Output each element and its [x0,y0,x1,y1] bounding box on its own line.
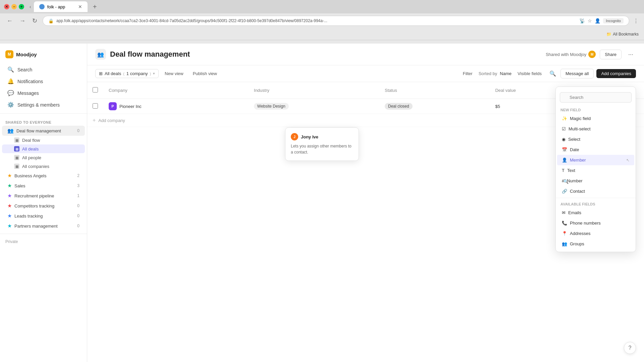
select-all-checkbox[interactable] [93,87,98,93]
sidebar-sub-all-people[interactable]: ▦ All people [2,153,85,162]
select-icon: ◉ [562,137,566,142]
tab-back-nav[interactable]: ‹ [30,4,31,9]
messages-icon: 💬 [7,90,14,96]
browser-tab[interactable]: folk - app ✕ [34,1,88,12]
incognito-badge: Incognito [603,18,624,23]
sidebar-sub-deal-flow[interactable]: ▦ Deal flow [2,136,85,144]
all-deals-label: All deals [22,146,39,152]
sales-label: Sales [14,183,25,188]
all-people-label: All people [22,155,41,160]
window-maximize-button[interactable]: + [19,4,24,9]
sidebar-group-deal-flow-management[interactable]: 👥 Deal flow management 0 [2,126,85,136]
company-name[interactable]: Pioneer Inc [119,104,142,109]
dropdown-search-area: 🔍 [556,89,636,105]
publish-view-button[interactable]: Publish view [190,69,220,78]
shared-avatar: M [588,51,596,58]
browser-titlebar: ✕ − + ‹ folk - app ✕ + [0,0,644,13]
nav-forward-button[interactable]: → [18,16,27,26]
tooltip-avatar: J [291,133,298,140]
contact-label: Contact [570,189,585,194]
tooltip-user: J Jony Ive [291,133,353,140]
dropdown-panel: 🔍 New field ✨ Magic field ☑ Multi-select… [555,86,636,252]
sidebar-divider-2 [0,234,87,234]
dropdown-item-emails[interactable]: ✉ Emails [557,207,634,218]
sidebar-item-settings-label: Settings & members [17,102,60,108]
deal-flow-management-icon: 👥 [7,128,14,134]
date-icon: 📅 [562,147,567,152]
extensions-button[interactable]: ⋮ [633,18,639,24]
all-bookmarks-folder[interactable]: 📁 All Bookmarks [606,32,639,37]
page-icon-symbol: 👥 [97,51,104,58]
profile-icon[interactable]: 👤 [595,18,600,23]
sidebar-item-messages[interactable]: 💬 Messages [2,87,85,99]
dropdown-item-phone-numbers[interactable]: 📞 Phone numbers [557,218,634,228]
sidebar-group-business-angels[interactable]: ★ Business Angels 2 [2,171,85,181]
settings-icon: ⚙️ [7,102,14,108]
text-icon: T [562,168,565,173]
dropdown-item-date[interactable]: 📅 Date [557,144,634,155]
tooltip-description: Lets you assign other members to a conta… [291,143,353,155]
new-view-button[interactable]: New view [161,69,187,78]
dropdown-item-member[interactable]: 👤 Member ↖ [557,155,634,165]
add-companies-button[interactable]: Add companies [596,69,636,78]
cursor-icon: ↖ [626,158,630,163]
competitors-count: 0 [77,203,79,208]
search-icon-button[interactable]: 🔍 [548,69,558,78]
sidebar-group-competitors-tracking[interactable]: ★ Competitors tracking 0 [2,201,85,211]
view-grid-icon: ⊞ [99,71,103,76]
search-icon: 🔍 [7,66,14,73]
sidebar-item-search[interactable]: 🔍 Search [2,64,85,75]
all-people-icon: ▦ [14,155,19,160]
bookmarks-bar: 📁 All Bookmarks [0,28,644,40]
emails-label: Emails [568,210,581,215]
bookmark-icon[interactable]: ☆ [588,18,592,23]
message-all-button[interactable]: Message all [560,69,594,78]
folder-icon: 📁 [606,32,611,37]
dropdown-item-magic-field[interactable]: ✨ Magic field [557,113,634,124]
emails-icon: ✉ [562,210,566,215]
nav-back-button[interactable]: ← [5,16,14,26]
window-close-button[interactable]: ✕ [4,4,9,9]
partners-label: Partners management [14,224,58,229]
sidebar-group-leads-tracking[interactable]: ★ Leads tracking 0 [2,211,85,221]
sidebar-item-messages-label: Messages [17,90,39,96]
company-cell: P Pioneer Inc [109,102,223,110]
nav-refresh-button[interactable]: ↻ [31,16,39,26]
dropdown-item-text[interactable]: T Text [557,165,634,176]
sidebar-group-recruitment-pipeline[interactable]: ★ Recruitment pipeline 1 [2,191,85,201]
sidebar-group-sales[interactable]: ★ Sales 3 [2,181,85,191]
new-tab-button[interactable]: + [90,3,100,11]
page-title: Deal flow management [110,50,190,59]
phone-numbers-label: Phone numbers [570,221,601,226]
more-options-button[interactable]: ··· [626,50,636,59]
dropdown-item-number[interactable]: # Number [557,176,634,186]
tab-close-button[interactable]: ✕ [78,4,82,9]
dropdown-search-input[interactable] [560,92,632,103]
window-minimize-button[interactable]: − [11,4,17,9]
dropdown-item-select[interactable]: ◉ Select [557,134,634,144]
sidebar-item-settings[interactable]: ⚙️ Settings & members [2,99,85,111]
add-company-icon: + [93,117,96,123]
sidebar-item-notifications-label: Notifications [17,79,43,84]
add-company-label: Add company [98,118,125,123]
dropdown-item-addresses[interactable]: 📍 Addresses [557,228,634,239]
sidebar-item-search-label: Search [17,67,32,72]
shared-with-label: Shared with Moodjoy M [546,51,596,58]
dropdown-item-contact[interactable]: 🔗 Contact [557,186,634,196]
dropdown-item-groups[interactable]: 👥 Groups [557,239,634,249]
sidebar-group-partners-management[interactable]: ★ Partners management 0 [2,221,85,231]
row-checkbox[interactable] [93,103,98,109]
magic-field-icon: ✨ [562,116,567,121]
tab-favicon [39,4,45,9]
view-selector[interactable]: ⊞ All deals ( 1 company ) ▾ [95,69,159,78]
help-button[interactable]: ? [624,342,636,354]
sidebar-item-notifications[interactable]: 🔔 Notifications [2,75,85,87]
visible-fields-button[interactable]: Visible fields [514,69,545,78]
view-count-close: ) [150,72,151,76]
sidebar-sub-all-deals[interactable]: ▦ All deals [2,144,85,153]
share-button[interactable]: Share [600,50,622,59]
address-bar[interactable]: 🔒 app.folk.app/apps/contacts/network/cca… [43,16,629,26]
sidebar-sub-all-companies[interactable]: ▦ All companies [2,162,85,171]
dropdown-item-multi-select[interactable]: ☑ Multi-select [557,124,634,134]
filter-button[interactable]: Filter [460,69,476,78]
